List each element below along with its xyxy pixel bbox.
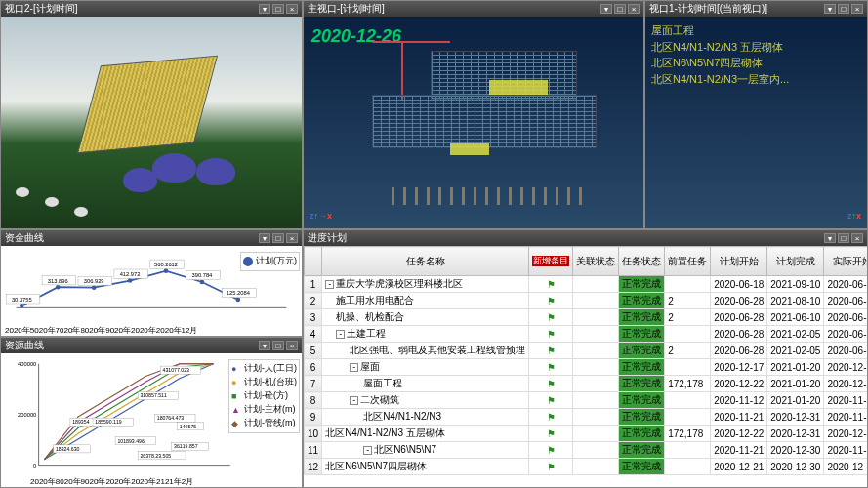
viewport-3d[interactable] bbox=[1, 17, 302, 228]
svg-text:390.784: 390.784 bbox=[192, 272, 214, 278]
task-name: -二次砌筑 bbox=[322, 392, 529, 409]
table-row[interactable]: 2施工用水用电配合⚑正常完成22020-06-282021-08-102020-… bbox=[305, 293, 868, 309]
link-status bbox=[573, 276, 619, 293]
panel-header[interactable]: 视口2-[计划时间] ▾ □ × bbox=[1, 1, 302, 17]
col-header[interactable]: 关联状态 bbox=[573, 247, 619, 276]
row-index: 5 bbox=[305, 343, 322, 359]
date-cell: 2 bbox=[665, 343, 711, 359]
date-cell: 2020-06-28 bbox=[824, 326, 867, 343]
dome-model bbox=[196, 158, 235, 185]
link-status bbox=[573, 442, 619, 459]
table-row[interactable]: 10北区N4/N1-N2/N3 五层砌体⚑正常完成172,1782020-12-… bbox=[305, 426, 868, 442]
pin-icon[interactable]: ▾ bbox=[259, 233, 270, 243]
col-header[interactable]: 新增条目 bbox=[529, 247, 573, 276]
annotation-item: 北区N4/N1-N2/N3一层室内... bbox=[651, 71, 789, 88]
svg-text:180764.473: 180764.473 bbox=[157, 416, 185, 422]
panel-title: 主视口-[计划时间] bbox=[308, 2, 385, 16]
maximize-icon[interactable]: □ bbox=[838, 233, 849, 243]
link-status bbox=[573, 459, 619, 475]
table-row[interactable]: 7屋面工程⚑正常完成172,1782020-12-222021-01-20202… bbox=[305, 376, 868, 392]
tree-toggle-icon[interactable]: - bbox=[350, 396, 358, 405]
panel-header[interactable]: 资源曲线 ▾ □ × bbox=[1, 338, 302, 353]
date-cell bbox=[665, 359, 711, 376]
tree-toggle-icon[interactable]: - bbox=[350, 363, 358, 372]
legend-item: ●计划-人(工日) bbox=[231, 362, 297, 375]
panel-header[interactable]: 主视口-[计划时间] ▾ □ × bbox=[304, 1, 643, 17]
maximize-icon[interactable]: □ bbox=[272, 233, 284, 243]
svg-point-19 bbox=[236, 298, 241, 303]
viewport-3d[interactable]: 屋面工程北区N4/N1-N2/N3 五层砌体北区N6\N5\N7四层砌体北区N4… bbox=[645, 17, 867, 228]
crane-icon bbox=[401, 41, 403, 100]
date-cell: 2020-12-31 bbox=[767, 409, 824, 426]
col-header[interactable]: 计划完成 bbox=[767, 247, 824, 276]
close-icon[interactable]: × bbox=[851, 233, 863, 243]
flag-cell: ⚑ bbox=[529, 293, 573, 309]
col-header[interactable]: 实际开始 bbox=[824, 247, 867, 276]
pin-icon[interactable]: ▾ bbox=[259, 341, 270, 350]
close-icon[interactable]: × bbox=[851, 4, 863, 14]
date-cell: 2 bbox=[665, 293, 711, 309]
fund-chart[interactable]: 30.3755313.896306.929412.972560.2612390.… bbox=[1, 246, 302, 336]
task-name: 屋面工程 bbox=[322, 376, 529, 392]
pin-icon[interactable]: ▾ bbox=[824, 4, 836, 14]
link-status bbox=[573, 326, 619, 343]
annotation-item: 屋面工程 bbox=[651, 22, 789, 39]
table-row[interactable]: 4-土建工程⚑正常完成2020-06-282021-02-052020-06-2… bbox=[305, 326, 868, 343]
svg-text:431077.023: 431077.023 bbox=[163, 367, 190, 373]
close-icon[interactable]: × bbox=[286, 341, 298, 350]
add-item-button[interactable]: 新增条目 bbox=[532, 256, 569, 267]
flag-icon: ⚑ bbox=[547, 362, 556, 373]
dish-model bbox=[45, 197, 59, 207]
table-row[interactable]: 9北区N4/N1-N2/N3⚑正常完成2020-11-212020-12-312… bbox=[305, 409, 868, 426]
dish-model bbox=[16, 187, 29, 197]
date-cell bbox=[665, 276, 711, 293]
axis-gizmo-icon[interactable]: z↑x bbox=[847, 211, 861, 221]
date-cell bbox=[665, 409, 711, 426]
panel-header[interactable]: 视口1-计划时间[(当前视口)] ▾ □ × bbox=[645, 1, 867, 17]
maximize-icon[interactable]: □ bbox=[614, 4, 626, 14]
svg-text:310857.511: 310857.511 bbox=[140, 392, 167, 398]
resource-chart[interactable]: 0200000400000431077.023310857.5111893541… bbox=[1, 353, 302, 487]
task-name: -北区N6\N5\N7 bbox=[322, 442, 529, 459]
pin-icon[interactable]: ▾ bbox=[600, 4, 612, 14]
col-header[interactable]: 计划开始 bbox=[711, 247, 767, 276]
tree-toggle-icon[interactable]: - bbox=[363, 446, 372, 455]
close-icon[interactable]: × bbox=[628, 4, 640, 14]
flag-icon: ⚑ bbox=[547, 428, 556, 439]
close-icon[interactable]: × bbox=[286, 233, 298, 243]
date-cell: 2020-11-21 bbox=[711, 442, 767, 459]
table-row[interactable]: 8-二次砌筑⚑正常完成2020-11-122021-01-202020-11-1… bbox=[305, 392, 868, 409]
building-model bbox=[372, 51, 597, 187]
axis-gizmo-icon[interactable]: z↑→x bbox=[310, 211, 332, 221]
tree-toggle-icon[interactable]: - bbox=[325, 280, 334, 289]
viewport-3d[interactable]: 2020-12-26 z↑→x bbox=[304, 17, 643, 228]
col-header[interactable]: 任务名称 bbox=[322, 247, 529, 276]
flag-cell: ⚑ bbox=[529, 376, 573, 392]
table-row[interactable]: 1-重庆大学虎溪校区理科楼北区⚑正常完成2020-06-182021-09-10… bbox=[305, 276, 868, 293]
close-icon[interactable]: × bbox=[286, 4, 298, 14]
col-header[interactable]: 任务状态 bbox=[619, 247, 665, 276]
date-cell: 2020-06-28 bbox=[711, 293, 767, 309]
tree-toggle-icon[interactable]: - bbox=[336, 330, 345, 339]
main-viewport-panel: 主视口-[计划时间] ▾ □ × 2020-12-26 z↑→x bbox=[303, 0, 644, 229]
svg-text:101893.496: 101893.496 bbox=[117, 438, 145, 444]
panel-title: 资金曲线 bbox=[5, 231, 44, 245]
panel-header[interactable]: 资金曲线 ▾ □ × bbox=[1, 230, 302, 246]
pin-icon[interactable]: ▾ bbox=[824, 233, 836, 243]
col-header[interactable] bbox=[305, 247, 322, 276]
table-row[interactable]: 6-屋面⚑正常完成2020-12-172021-01-202020-12-172… bbox=[305, 359, 868, 376]
table-row[interactable]: 11-北区N6\N5\N7⚑正常完成2020-11-212020-12-3020… bbox=[305, 442, 868, 459]
maximize-icon[interactable]: □ bbox=[838, 4, 849, 14]
pin-icon[interactable]: ▾ bbox=[259, 4, 270, 14]
maximize-icon[interactable]: □ bbox=[272, 341, 284, 350]
panel-header[interactable]: 进度计划 ▾ □ × bbox=[304, 230, 867, 246]
maximize-icon[interactable]: □ bbox=[272, 4, 284, 14]
annotation-item: 北区N4/N1-N2/N3 五层砌体 bbox=[651, 39, 789, 56]
svg-point-10 bbox=[128, 278, 133, 283]
table-row[interactable]: 5北区强电、弱电及其他安装工程线管预埋⚑正常完成22020-06-282021-… bbox=[305, 343, 868, 359]
col-header[interactable]: 前置任务 bbox=[665, 247, 711, 276]
schedule-table[interactable]: 任务名称新增条目关联状态任务状态前置任务计划开始计划完成实际开始实际完成 1-重… bbox=[304, 246, 867, 475]
svg-text:18324.630: 18324.630 bbox=[56, 446, 80, 452]
table-row[interactable]: 3机操、机检配合⚑正常完成22020-06-282021-06-102020-0… bbox=[305, 309, 868, 326]
table-row[interactable]: 12北区N6\N5\N7四层砌体⚑正常完成2020-12-212020-12-3… bbox=[305, 459, 868, 475]
